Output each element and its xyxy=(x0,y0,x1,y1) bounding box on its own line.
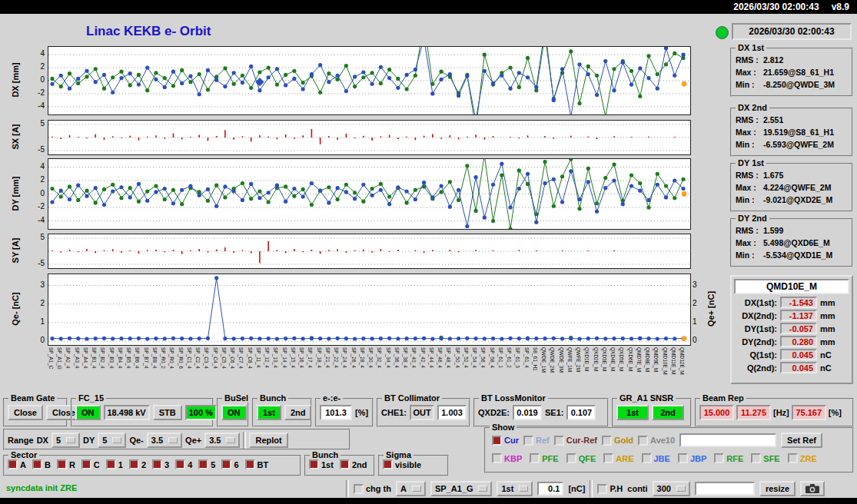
bunch-label: Bunch xyxy=(257,393,288,403)
sigma-checkbox-visible[interactable]: visible xyxy=(383,459,421,469)
xaxis-label: SP_11_4 xyxy=(256,347,261,367)
fc15-percent-display: 100 % xyxy=(185,405,217,420)
show-checkbox-jbe[interactable]: JBE xyxy=(642,453,670,463)
bunch-2nd-button[interactable]: 2nd xyxy=(284,405,312,420)
range-option-menu-qe[interactable]: 3.5 xyxy=(204,433,240,448)
ytick-qe: 2 xyxy=(26,299,45,307)
qmd-row: DX(2nd):-1.137mm xyxy=(734,310,849,321)
qmd-row-value: 0.045 xyxy=(780,362,817,373)
nc-unit-label: [nC] xyxy=(568,484,585,493)
xaxis-label: SP_C5_4 xyxy=(221,347,227,369)
checkbox-label: 2nd xyxy=(352,460,367,469)
xaxis-label: SP_21_4 xyxy=(325,347,331,368)
qmd-row: DY(1st):-0.057mm xyxy=(734,323,849,334)
xaxis-label: SP_50_4 xyxy=(455,347,460,368)
sector-checkbox-3[interactable]: 3 xyxy=(152,459,169,469)
show-checkbox-qfe[interactable]: QFE xyxy=(566,453,596,463)
ph-checkbox[interactable]: P.H xyxy=(597,484,623,494)
show-checkbox-cur[interactable]: Cur xyxy=(492,436,519,446)
beam-gate-close-button-1[interactable]: Close xyxy=(8,405,43,420)
sector-checkbox-r[interactable]: R xyxy=(57,459,75,469)
bunch-checkbox-2nd[interactable]: 2nd xyxy=(340,459,367,469)
gr-a1-2nd-button[interactable]: 2nd xyxy=(652,405,684,420)
fc15-stb-button[interactable]: STB xyxy=(153,405,182,420)
ytick-right-qe: 2 xyxy=(693,299,706,307)
show-checkbox-rfe[interactable]: RFE xyxy=(714,453,743,463)
bunch-1st-button[interactable]: 1st xyxy=(257,405,281,420)
ref-input[interactable] xyxy=(679,433,776,447)
xaxis-label: SP_58_4 xyxy=(490,347,495,368)
show-checkbox-zre[interactable]: ZRE xyxy=(788,453,817,463)
sector-checkbox-bt[interactable]: BT xyxy=(245,459,269,469)
sector-checkbox-1[interactable]: 1 xyxy=(106,459,123,469)
xaxis-label: QWDE_3M xyxy=(559,347,564,373)
checkbox-label: JBP xyxy=(690,454,706,463)
stat-rms-label: RMS : xyxy=(736,54,760,66)
stat-max-label: Max : xyxy=(736,237,760,249)
sigma-group: Sigma visible xyxy=(378,455,449,476)
checkbox-indicator xyxy=(309,459,319,469)
fc15-on-button[interactable]: ON xyxy=(75,405,101,420)
show-checkbox-curref[interactable]: Cur-Ref xyxy=(554,436,597,446)
ytick-dy: -2 xyxy=(26,202,45,211)
show-checkbox-gold[interactable]: Gold xyxy=(602,436,633,446)
stat-max-value: 21.659@S8_61_H1 xyxy=(763,66,834,78)
resize-button[interactable]: resize xyxy=(759,481,796,496)
show-checkbox-ref[interactable]: Ref xyxy=(523,436,550,446)
sector-option-menu[interactable]: A xyxy=(396,481,426,496)
sector-checkbox-c[interactable]: C xyxy=(81,459,100,469)
range-axis-label-qe: Qe- xyxy=(129,436,143,445)
checkbox-indicator xyxy=(492,453,502,463)
xaxis-label: SP_32_4 xyxy=(377,347,382,368)
set-ref-button[interactable]: Set Ref xyxy=(781,433,822,448)
qmd-row-label: DX(2nd): xyxy=(734,311,777,320)
device-option-menu[interactable]: SP_A1_G xyxy=(430,481,493,496)
sector-checkbox-2[interactable]: 2 xyxy=(129,459,146,469)
rep-option-menu[interactable]: 300 xyxy=(653,481,690,496)
sigma-items: visible xyxy=(383,459,445,469)
show-checkbox-ave10[interactable]: Ave10 xyxy=(638,436,675,446)
extra-input[interactable] xyxy=(695,482,755,496)
range-option-menu-dx[interactable]: 5 xyxy=(51,433,80,448)
threshold-input[interactable] xyxy=(537,482,563,496)
range-option-menu-dy[interactable]: 5 xyxy=(98,433,126,448)
checkbox-indicator xyxy=(678,453,688,463)
checkbox-indicator xyxy=(642,453,652,463)
busel-on-button[interactable]: ON xyxy=(221,405,247,420)
checkbox-label: BT xyxy=(257,460,269,469)
beam-gate-label: Beam Gate xyxy=(8,393,57,403)
status-toolbar: chg th A SP_A1_G 1st [nC] P.H conti 300 … xyxy=(346,479,825,498)
show-checkbox-sfe[interactable]: SFE xyxy=(751,453,779,463)
xaxis-label: QMD10E_M xyxy=(663,347,668,375)
bunch-checkbox-1st[interactable]: 1st xyxy=(309,459,334,469)
show-checkbox-pfe[interactable]: PFE xyxy=(530,453,558,463)
sector-checkbox-4[interactable]: 4 xyxy=(175,459,192,469)
status-indicator-dot xyxy=(716,26,729,39)
xaxis-label: SP_C4_4 xyxy=(213,347,218,369)
checkbox-indicator xyxy=(714,453,724,463)
xaxis-label: SP_A4_4 xyxy=(83,347,88,368)
sector-checkbox-b[interactable]: B xyxy=(32,459,51,469)
ee-ratio-label: e-:e- xyxy=(321,393,343,403)
chg-th-checkbox[interactable]: chg th xyxy=(354,484,391,494)
camera-button[interactable] xyxy=(800,481,825,496)
checkbox-label: ZRE xyxy=(800,454,817,463)
sector-checkbox-6[interactable]: 6 xyxy=(221,459,238,469)
gr-a1-1st-button[interactable]: 1st xyxy=(616,405,649,420)
range-option-menu-qe[interactable]: 3.5 xyxy=(147,433,182,448)
show-checkbox-jbp[interactable]: JBP xyxy=(678,453,706,463)
qmd-rows: DX(1st):-1.543mmDX(2nd):-1.137mmDY(1st):… xyxy=(734,297,849,373)
show-checkbox-kbp[interactable]: KBP xyxy=(492,453,522,463)
sector-checkbox-5[interactable]: 5 xyxy=(198,459,215,469)
replot-button[interactable]: Replot xyxy=(249,433,287,448)
show-checkbox-are[interactable]: ARE xyxy=(603,453,633,463)
stat-rms-value: 1.675 xyxy=(763,169,783,181)
gr-a1-snsr-label: GR_A1 SNSR xyxy=(617,393,676,403)
xaxis-label: QMD11E_M xyxy=(671,347,676,374)
axis-label-qe: Qe- [nC] xyxy=(11,292,20,325)
stat-min-label: Min : xyxy=(736,138,760,151)
bunch-option-menu[interactable]: 1st xyxy=(497,481,533,496)
sector-checkbox-a[interactable]: A xyxy=(8,459,26,469)
checkbox-label: SFE xyxy=(763,454,779,463)
xaxis-label: SP_R0_2 xyxy=(161,347,166,369)
